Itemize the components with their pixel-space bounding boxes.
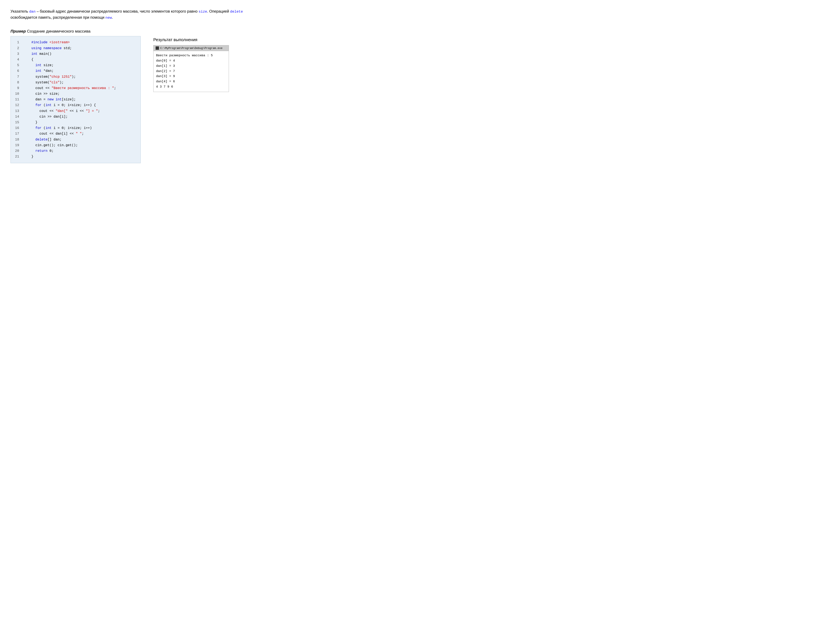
code-line-6: 6 int *dan; (15, 68, 136, 74)
code-line-5: 5 int size; (15, 63, 136, 68)
output-titlebar-text: C:\MyProgram\Program\Debug\Program.exe (160, 47, 223, 50)
output-box: C:\MyProgram\Program\Debug\Program.exe В… (153, 45, 229, 92)
line-num-13: 13 (15, 108, 23, 114)
code-line-2: 2 using namespace std; (15, 46, 136, 51)
code-line-10: 10 cin >> size; (15, 91, 136, 97)
output-titlebar: C:\MyProgram\Program\Debug\Program.exe (153, 45, 229, 51)
output-line-7: 4 3 7 9 6 (156, 84, 226, 90)
line-content-1: #include <iostream> (23, 40, 70, 45)
result-section: Результат выполнения C:\MyProgram\Progra… (153, 29, 229, 92)
line-content-8: system("cls"); (23, 80, 64, 85)
code-line-16: 16 for (int i = 0; i<size; i++) (15, 125, 136, 131)
line-num-8: 8 (15, 80, 23, 85)
code-line-17: 17 cout << dan[i] << " "; (15, 131, 136, 137)
line-content-5: int size; (23, 63, 54, 68)
line-num-17: 17 (15, 131, 23, 137)
code-line-1: 1 #include <iostream> (15, 40, 136, 45)
line-content-14: cin >> dan[i]; (23, 114, 68, 120)
intro-paragraph: Указатель dan – базовый адрес динамическ… (11, 8, 262, 21)
line-content-2: using namespace std; (23, 46, 72, 51)
line-content-10: cin >> size; (23, 91, 60, 97)
output-line-5: dan[3] = 9 (156, 74, 226, 79)
line-num-3: 3 (15, 51, 23, 57)
line-content-7: system("chcp 1251"); (23, 74, 76, 80)
code-line-11: 11 dan = new int[size]; (15, 97, 136, 103)
code-block: 1 #include <iostream> 2 using namespace … (11, 36, 141, 163)
intro-dan-code: dan (29, 9, 36, 14)
output-line-1: Ввести размерность массива : 5 (156, 53, 226, 58)
intro-text-end: . (112, 15, 113, 19)
intro-text-before-dan: Указатель (11, 9, 29, 13)
line-content-15: } (23, 120, 37, 125)
line-content-3: int main() (23, 51, 51, 57)
line-content-11: dan = new int[size]; (23, 97, 76, 103)
line-num-12: 12 (15, 103, 23, 108)
intro-text-after-dan: – базовый адрес динамически распределяем… (36, 9, 199, 13)
line-num-11: 11 (15, 97, 23, 103)
line-content-9: cout << "Ввести размерность массива : "; (23, 85, 116, 91)
code-line-3: 3 int main() (15, 51, 136, 57)
example-description: Создание динамического массива (27, 29, 90, 33)
line-num-14: 14 (15, 114, 23, 120)
line-content-4: { (23, 57, 33, 63)
code-line-4: 4 { (15, 57, 136, 63)
intro-text-middle: освобождается память, распределенная при… (11, 15, 106, 19)
line-content-17: cout << dan[i] << " "; (23, 131, 84, 137)
line-num-20: 20 (15, 148, 23, 154)
line-content-12: for (int i = 0; i<size; i++) { (23, 103, 96, 108)
line-num-2: 2 (15, 46, 23, 51)
line-num-21: 21 (15, 154, 23, 159)
code-line-9: 9 cout << "Ввести размерность массива : … (15, 85, 136, 91)
line-content-19: cin.get(); cin.get(); (23, 142, 78, 148)
line-num-15: 15 (15, 120, 23, 125)
line-content-18: delete[] dan; (23, 137, 62, 142)
code-line-21: 21 } (15, 154, 136, 159)
line-num-9: 9 (15, 85, 23, 91)
intro-new-code: new (106, 16, 112, 20)
code-line-19: 19 cin.get(); cin.get(); (15, 142, 136, 148)
line-content-20: return 0; (23, 148, 54, 154)
intro-text-after-size: . Операцией (207, 9, 230, 13)
program-icon (156, 46, 159, 50)
output-line-2: dan[0] = 4 (156, 58, 226, 64)
line-num-16: 16 (15, 125, 23, 131)
line-num-7: 7 (15, 74, 23, 80)
code-line-12: 12 for (int i = 0; i<size; i++) { (15, 103, 136, 108)
intro-size-code: size (199, 9, 207, 14)
line-num-18: 18 (15, 137, 23, 142)
code-line-18: 18 delete[] dan; (15, 137, 136, 142)
line-num-10: 10 (15, 91, 23, 97)
code-line-20: 20 return 0; (15, 148, 136, 154)
line-num-19: 19 (15, 142, 23, 148)
example-section: Пример Создание динамического массива 1 … (11, 29, 262, 163)
output-line-4: dan[2] = 7 (156, 69, 226, 74)
example-left: Пример Создание динамического массива 1 … (11, 29, 141, 163)
line-content-13: cout << "dan[" << i << "] = "; (23, 108, 100, 114)
line-num-5: 5 (15, 63, 23, 68)
line-content-6: int *dan; (23, 68, 54, 74)
intro-delete-code: delete (230, 9, 243, 14)
line-num-1: 1 (15, 40, 23, 45)
output-line-3: dan[1] = 3 (156, 64, 226, 69)
code-line-14: 14 cin >> dan[i]; (15, 114, 136, 120)
line-num-4: 4 (15, 57, 23, 63)
output-content: Ввести размерность массива : 5 dan[0] = … (153, 51, 229, 92)
primer-label: Пример (11, 29, 26, 33)
line-content-16: for (int i = 0; i<size; i++) (23, 125, 92, 131)
output-line-6: dan[4] = 6 (156, 79, 226, 84)
code-line-7: 7 system("chcp 1251"); (15, 74, 136, 80)
code-line-15: 15 } (15, 120, 136, 125)
example-title: Пример Создание динамического массива (11, 29, 141, 33)
result-title: Результат выполнения (153, 37, 229, 42)
line-content-21: } (23, 154, 33, 159)
code-line-13: 13 cout << "dan[" << i << "] = "; (15, 108, 136, 114)
line-num-6: 6 (15, 68, 23, 74)
code-line-8: 8 system("cls"); (15, 80, 136, 85)
